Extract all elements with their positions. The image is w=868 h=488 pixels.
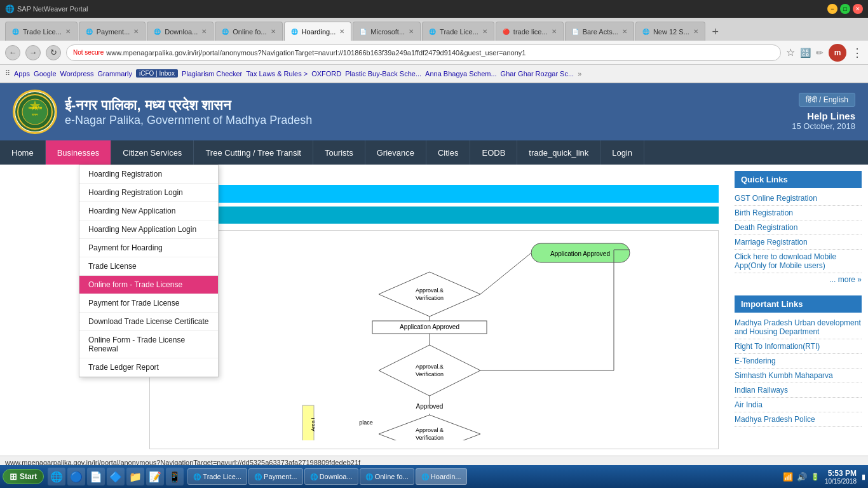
menu-button[interactable]: ⋮ bbox=[851, 46, 863, 60]
tab-3[interactable]: 🌐 Downloa... ✕ bbox=[147, 22, 214, 41]
bookmark-plastic[interactable]: Plastic Buy-Back Sche... bbox=[345, 70, 421, 78]
dropdown-trade-license[interactable]: Trade License bbox=[79, 257, 218, 276]
tab-8[interactable]: 🔴 trade lice... ✕ bbox=[496, 22, 564, 41]
quick-links-more[interactable]: ... more » bbox=[735, 273, 862, 286]
tab-close-5[interactable]: ✕ bbox=[339, 28, 344, 35]
nav-login[interactable]: Login bbox=[600, 140, 644, 165]
bookmark-taxlaws[interactable]: Tax Laws & Rules > bbox=[246, 70, 308, 78]
dropdown-hoarding-reg[interactable]: Hoarding Registration bbox=[79, 165, 218, 184]
quick-link-death[interactable]: Death Registration bbox=[735, 220, 862, 235]
taskbar-ie2-icon[interactable]: 🔷 bbox=[107, 468, 125, 485]
nav-cities[interactable]: Cities bbox=[426, 140, 471, 165]
dropdown-trade-ledger-report[interactable]: Trade Ledger Report bbox=[79, 358, 218, 377]
bookmark-ghar[interactable]: Ghar Ghar Rozgar Sc... bbox=[501, 70, 574, 78]
taskbar-item-1[interactable]: 🌐 Trade Lice... bbox=[187, 468, 247, 485]
header-left: मध्यप्रदेश शासन ई-नगर पालिका, मध्य प्रदे… bbox=[13, 90, 312, 134]
quick-link-mobile-app[interactable]: Click here to download Mobile App(Only f… bbox=[735, 250, 862, 273]
dropdown-hoarding-reg-login[interactable]: Hoarding Registration Login bbox=[79, 184, 218, 202]
close-button[interactable]: ✕ bbox=[853, 4, 863, 14]
forward-button[interactable]: → bbox=[25, 45, 41, 60]
tab-close-6[interactable]: ✕ bbox=[409, 28, 414, 35]
start-button[interactable]: ⊞ Start bbox=[3, 469, 44, 484]
tab-7[interactable]: 🌐 Trade Lice... ✕ bbox=[422, 22, 494, 41]
back-button[interactable]: ← bbox=[5, 45, 20, 60]
taskbar-app-icon[interactable]: 📱 bbox=[166, 468, 184, 485]
maximize-button[interactable]: □ bbox=[840, 4, 850, 14]
bookmark-wordpress[interactable]: Wordpress bbox=[60, 70, 94, 78]
address-input[interactable]: Not secure www.mpenagarpalika.gov.in/irj… bbox=[66, 44, 781, 61]
nav-trade-quick-link[interactable]: trade_quick_link bbox=[517, 140, 600, 165]
dropdown-online-form-trade-license[interactable]: Online form - Trade License bbox=[79, 276, 218, 294]
bookmark-grammarly[interactable]: Grammarly bbox=[98, 70, 132, 78]
important-link-simhasth[interactable]: Simhasth Kumbh Mahaparva bbox=[735, 369, 862, 383]
tab-close-4[interactable]: ✕ bbox=[271, 28, 276, 35]
dropdown-download-trade-license[interactable]: Download Trade License Certificate bbox=[79, 313, 218, 331]
nav-eodb[interactable]: EODB bbox=[470, 140, 517, 165]
svg-text:Approval &: Approval & bbox=[416, 427, 444, 433]
tab-close-9[interactable]: ✕ bbox=[622, 28, 627, 35]
nav-home[interactable]: Home bbox=[0, 140, 46, 165]
dropdown-hoarding-new-app[interactable]: Hoarding New Application bbox=[79, 202, 218, 220]
tab-9[interactable]: 📄 Bare Acts... ✕ bbox=[565, 22, 634, 41]
nav-grievance[interactable]: Grievance bbox=[365, 140, 426, 165]
taskbar-item-4[interactable]: 🌐 Online fo... bbox=[360, 468, 414, 485]
important-link-indian-railways[interactable]: Indian Railways bbox=[735, 383, 862, 398]
bookmark-icfo[interactable]: iCFO | Inbox bbox=[136, 69, 178, 78]
dropdown-hoarding-new-app-login[interactable]: Hoarding New Application Login bbox=[79, 220, 218, 239]
tab-close-1[interactable]: ✕ bbox=[65, 28, 71, 35]
important-link-mp-urban[interactable]: Madhya Pradesh Urban development and Hou… bbox=[735, 316, 862, 339]
nav-businesses[interactable]: Businesses bbox=[46, 140, 111, 165]
important-link-mp-police[interactable]: Madhya Pradesh Police bbox=[735, 412, 862, 427]
bookmark-oxford[interactable]: OXFORD bbox=[311, 70, 341, 78]
profile-avatar[interactable]: m bbox=[829, 44, 846, 62]
minimize-button[interactable]: − bbox=[827, 4, 837, 14]
bookmark-plagiarism[interactable]: Plagiarism Checker bbox=[182, 70, 242, 78]
star-icon[interactable]: ☆ bbox=[786, 46, 795, 58]
important-links-section: Important Links Madhya Pradesh Urban dev… bbox=[735, 295, 862, 427]
tab-10[interactable]: 🌐 New 12 S... ✕ bbox=[635, 22, 705, 41]
reload-button[interactable]: ↻ bbox=[46, 45, 61, 60]
taskbar-pdf-icon[interactable]: 📄 bbox=[87, 468, 105, 485]
important-link-air-india[interactable]: Air India bbox=[735, 398, 862, 412]
taskbar-item-3[interactable]: 🌐 Downloa... bbox=[304, 468, 358, 485]
nav-tree-cutting[interactable]: Tree Cutting / Tree Transit bbox=[194, 140, 313, 165]
tab-close-2[interactable]: ✕ bbox=[133, 28, 139, 35]
quick-link-marriage[interactable]: Marriage Registration bbox=[735, 235, 862, 250]
language-switcher[interactable]: हिंदी / English bbox=[799, 93, 855, 107]
taskbar-chrome-icon[interactable]: 🔵 bbox=[67, 468, 85, 485]
tab-close-10[interactable]: ✕ bbox=[693, 28, 698, 35]
taskbar-item-2[interactable]: 🌐 Payment... bbox=[248, 468, 303, 485]
bookmark-google[interactable]: Google bbox=[34, 70, 56, 78]
tab-close-7[interactable]: ✕ bbox=[482, 28, 487, 35]
important-link-etendering[interactable]: E-Tendering bbox=[735, 354, 862, 369]
nav-citizen-services[interactable]: Citizen Services bbox=[111, 140, 194, 165]
extension-icon-1[interactable]: 🔠 bbox=[800, 48, 811, 58]
important-link-rti[interactable]: Right To Information(RTI) bbox=[735, 339, 862, 354]
new-tab-button[interactable]: + bbox=[707, 23, 724, 41]
tab-5[interactable]: 🌐 Hoarding... ✕ bbox=[284, 22, 352, 41]
bookmark-anna[interactable]: Anna Bhagya Schem... bbox=[425, 70, 497, 78]
dropdown-online-form-trade-license-renewal[interactable]: Online Form - Trade License Renewal bbox=[79, 331, 218, 358]
nav-tourists[interactable]: Tourists bbox=[313, 140, 365, 165]
tab-close-3[interactable]: ✕ bbox=[201, 28, 207, 35]
tab-6[interactable]: 📄 Microsoft... ✕ bbox=[353, 22, 421, 41]
dropdown-payment-hoarding[interactable]: Payment for Hoarding bbox=[79, 239, 218, 257]
tab-1[interactable]: 🌐 Trade Lice... ✕ bbox=[5, 22, 78, 41]
taskbar-item-5[interactable]: 🌐 Hoardin... bbox=[416, 468, 467, 485]
tab-close-8[interactable]: ✕ bbox=[552, 28, 557, 35]
taskbar-folder-icon[interactable]: 📁 bbox=[126, 468, 144, 485]
tab-2[interactable]: 🌐 Payment... ✕ bbox=[79, 22, 146, 41]
tab-4[interactable]: 🌐 Online fo... ✕ bbox=[215, 22, 282, 41]
dropdown-payment-trade-license[interactable]: Payment for Trade License bbox=[79, 294, 218, 313]
bookmarks-overflow[interactable]: » bbox=[578, 70, 581, 78]
extension-icon-2[interactable]: ✏ bbox=[816, 48, 824, 58]
taskbar-word-icon[interactable]: 📝 bbox=[146, 468, 164, 485]
main-content: Businesses Process Process Application A… bbox=[140, 165, 728, 456]
show-desktop-button[interactable]: ▮ bbox=[862, 473, 865, 481]
bookmark-apps[interactable]: Apps bbox=[14, 70, 30, 78]
quick-link-gst[interactable]: GST Online Registration bbox=[735, 191, 862, 206]
taskbar-ie-icon[interactable]: 🌐 bbox=[48, 468, 65, 485]
window-controls[interactable]: − □ ✕ bbox=[827, 4, 863, 14]
tabs-bar: 🌐 Trade Lice... ✕ 🌐 Payment... ✕ 🌐 Downl… bbox=[0, 18, 868, 41]
quick-link-birth[interactable]: Birth Registration bbox=[735, 206, 862, 220]
